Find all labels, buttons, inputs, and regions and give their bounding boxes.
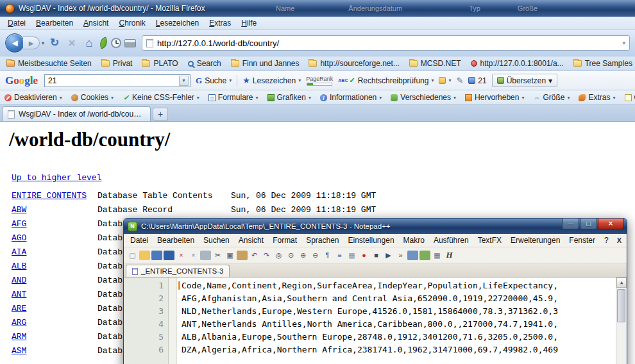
scrollbar-thumb[interactable] <box>617 289 625 322</box>
view-grid-icon[interactable]: ▦ <box>432 251 443 260</box>
close-button[interactable]: × <box>598 219 623 229</box>
vertical-scrollbar[interactable]: ▲ ▼ <box>616 277 627 364</box>
bookmark-item[interactable]: Finn und Jannes <box>231 59 300 68</box>
spellcheck-button[interactable]: ABC ✓ Rechtschreibprüfung ▾ <box>338 76 434 85</box>
zoom-out-icon[interactable]: ⊖ <box>310 251 321 260</box>
scrollbar-track[interactable] <box>616 288 627 364</box>
translate-button[interactable]: Übersetzen ▾ <box>492 74 557 87</box>
webdev-item[interactable]: Cookies <box>71 93 114 102</box>
bookmark-item[interactable]: MCSD.NET <box>409 59 461 68</box>
close-document-button[interactable]: X <box>617 236 622 244</box>
webdev-item[interactable]: Quelltext <box>625 93 635 102</box>
find-icon[interactable]: ◎ <box>273 251 284 260</box>
replace-icon[interactable]: ⊙ <box>285 251 296 260</box>
webdev-item[interactable]: Größe <box>533 93 570 102</box>
webdev-item[interactable]: Hervorheben <box>465 93 524 102</box>
code-line[interactable]: ALB,Albania,Europe,Southern Europe,28748… <box>182 331 616 343</box>
minimize-button[interactable]: — <box>562 219 579 229</box>
menu-item[interactable]: Chronik <box>114 17 150 29</box>
menu-item[interactable]: Ansicht <box>78 17 114 29</box>
stop-macro-icon[interactable]: ■ <box>371 251 382 260</box>
entry-link[interactable]: AND <box>12 276 97 285</box>
code-line[interactable]: AFG,Afghanistan,Asia,Southern and Centra… <box>182 292 616 305</box>
code-line[interactable]: Code,Name,Continent,Region,SurfaceArea,I… <box>182 279 616 292</box>
notepad-titlebar[interactable]: N C:\Users\Martin\AppData\Local\Temp\_EN… <box>124 219 627 234</box>
word-wrap-icon[interactable]: ¶ <box>322 251 333 260</box>
entry-link[interactable]: ABW <box>12 205 97 215</box>
cut-icon[interactable]: ✂ <box>212 251 223 260</box>
notepad-window[interactable]: N C:\Users\Martin\AppData\Local\Temp\_EN… <box>123 218 627 364</box>
notepad-menu-item[interactable]: Bearbeiten <box>153 236 199 245</box>
feather-extension-icon[interactable] <box>98 37 109 49</box>
menu-item[interactable]: Hilfe <box>236 17 262 29</box>
history-clock-icon[interactable] <box>111 38 121 48</box>
bookmark-item[interactable]: http://127.0.0.1:8001/a... <box>471 59 564 68</box>
notepad-menu-item[interactable]: Suchen <box>199 236 234 245</box>
print-icon[interactable] <box>200 251 211 260</box>
menu-item[interactable]: Datei <box>3 17 31 29</box>
history-dropdown-icon[interactable]: ▾ <box>42 40 44 46</box>
entry-link[interactable]: AFG <box>12 219 97 229</box>
bookmark-item[interactable]: Meistbesuchte Seiten <box>6 59 92 68</box>
webdev-item[interactable]: Formulare <box>208 93 258 102</box>
menu-item[interactable]: Extras <box>204 17 236 29</box>
close-all-icon[interactable]: × <box>188 251 199 260</box>
entry-link[interactable]: ARM <box>12 332 97 342</box>
bookmark-item[interactable]: Tree Samples <box>573 59 632 68</box>
webdev-item[interactable]: Extras <box>579 93 615 102</box>
bookmark-item[interactable]: Privat <box>101 59 133 68</box>
url-text[interactable]: http://127.0.0.1/world-db/country/ <box>157 38 279 48</box>
entry-link[interactable]: ALB <box>12 261 97 271</box>
copy-icon[interactable]: ▣ <box>224 251 235 260</box>
save-all-icon[interactable] <box>164 251 174 260</box>
notepad-menu-item[interactable]: Datei <box>126 236 153 245</box>
code-line[interactable]: DZA,Algeria,Africa,Northern Africa,23817… <box>182 343 616 356</box>
notepad-menu-item[interactable]: TextFX <box>473 236 506 245</box>
document-tab[interactable]: _ENTIRE_CONTENTS-3 <box>126 265 230 277</box>
autofill-button[interactable]: ▾ <box>439 77 451 84</box>
code-line[interactable]: NLD,Netherlands,Europe,Western Europe,41… <box>182 305 616 318</box>
reload-button[interactable]: ↻ <box>47 36 62 50</box>
search-history-dropdown[interactable]: ▾ <box>179 76 189 86</box>
home-button[interactable]: ⌂ <box>82 36 96 50</box>
play-macro-icon[interactable]: ▶ <box>383 251 394 260</box>
notepad-menu-item[interactable]: Einstellungen <box>344 236 399 245</box>
print-button[interactable] <box>124 39 136 47</box>
record-macro-icon[interactable]: ● <box>359 251 369 260</box>
open-folder-icon[interactable] <box>139 251 150 260</box>
zoom-in-icon[interactable]: ⊕ <box>298 251 309 260</box>
google-search-input[interactable]: 21 ▾ <box>44 74 190 87</box>
entry-link[interactable]: ARE <box>12 304 97 313</box>
bookmark-item[interactable]: PLATO <box>142 59 178 68</box>
menu-item[interactable]: Lesezeichen <box>151 17 204 29</box>
redo-icon[interactable]: ↷ <box>261 251 272 260</box>
webdev-item[interactable]: Keine CSS-Fehler <box>123 93 199 102</box>
notepad-menu-item[interactable]: Ansicht <box>234 236 268 245</box>
webdev-item[interactable]: Informationen <box>320 93 382 102</box>
google-bookmarks-button[interactable]: ★ Lesezeichen ▾ <box>242 76 301 85</box>
textfx-icon[interactable]: H <box>444 251 455 260</box>
back-button[interactable]: ◀ <box>5 33 24 53</box>
entry-link[interactable]: ANT <box>12 290 97 299</box>
paste-icon[interactable] <box>237 251 248 260</box>
new-tab-button[interactable]: + <box>153 108 168 120</box>
notepad-menu-item[interactable]: Makro <box>399 236 429 245</box>
scroll-up-button[interactable]: ▲ <box>616 277 627 288</box>
url-bar[interactable]: http://127.0.0.1/world-db/country/ ▾ <box>142 35 630 51</box>
indent-guide-icon[interactable]: ▦ <box>346 251 357 260</box>
show-symbols-icon[interactable]: ≡ <box>334 251 345 260</box>
notepad-menu-item[interactable]: Format <box>268 236 301 245</box>
editor-area[interactable]: 123456 Code,Name,Continent,Region,Surfac… <box>124 277 627 364</box>
save-icon[interactable] <box>151 251 162 260</box>
highlighter-pen-icon[interactable]: ✎ <box>456 76 463 85</box>
notepad-menu-item[interactable]: Sprachen <box>301 236 343 245</box>
bookmark-item[interactable]: http://sourceforge.net... <box>309 59 399 68</box>
tab-wsgidav[interactable]: WsgiDAV - Index of /world-db/count... <box>2 106 151 121</box>
url-dropdown-icon[interactable]: ▾ <box>622 40 625 46</box>
close-doc-icon[interactable]: × <box>176 251 187 260</box>
firefox-titlebar[interactable]: WsgiDAV - Index of /world-db/country/ - … <box>0 0 635 17</box>
maximize-button[interactable]: ▢ <box>580 219 597 229</box>
stop-button[interactable]: ✕ <box>65 36 79 50</box>
webdev-item[interactable]: Grafiken <box>267 93 311 102</box>
bookmark-item[interactable]: Search <box>188 59 221 68</box>
